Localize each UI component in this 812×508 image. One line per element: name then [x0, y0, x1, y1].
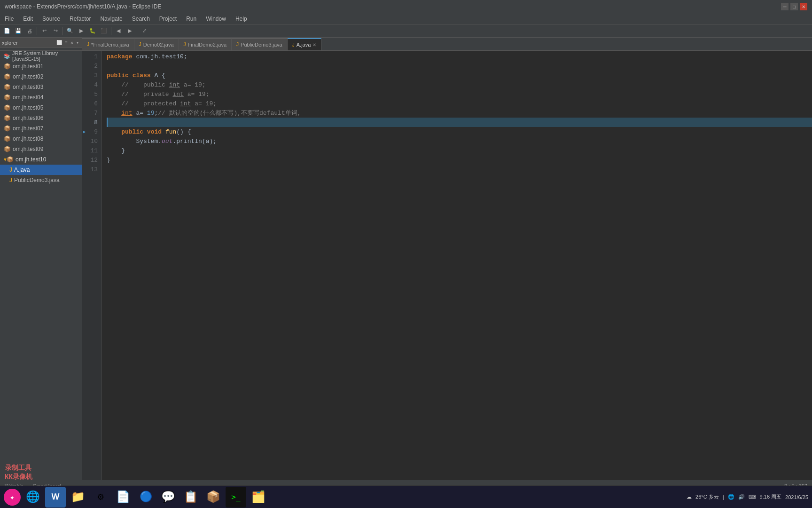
- taskbar-eclipse[interactable]: ⚙️: [90, 487, 111, 508]
- kw-int-7: int: [121, 110, 132, 117]
- toolbar-run[interactable]: ▶: [76, 26, 86, 36]
- code-7-rest: a=: [133, 110, 147, 117]
- sidebar-item-test02[interactable]: 📦 om.jh.test02: [0, 71, 82, 82]
- sidebar-menu-btn[interactable]: ≡: [64, 40, 69, 46]
- toolbar-extern[interactable]: ⤢: [139, 26, 149, 36]
- taskbar: ✦ 🌐 W 📁 ⚙️ 📄 🔵 💬 📋 📦 >_ 🗂️ ☁ 26°C 多云 | 🌐…: [0, 485, 812, 508]
- taskbar-start[interactable]: ✦: [4, 489, 21, 506]
- code-7-semi: ;: [154, 110, 158, 117]
- code-line-12: }: [107, 155, 812, 165]
- sidebar-item-test07[interactable]: 📦 om.jh.test07: [0, 123, 82, 134]
- taskbar-word[interactable]: W: [45, 487, 66, 508]
- sidebar-header-controls: xplorer ⬜ ≡ ✕ ▾: [0, 38, 82, 48]
- tabbar: J *FinalDemo.java J Demo02.java J FinalD…: [82, 38, 812, 51]
- menu-file[interactable]: File: [0, 13, 18, 24]
- toolbar-save[interactable]: 💾: [13, 26, 23, 36]
- taskbar-wechat[interactable]: 💬: [158, 487, 179, 508]
- kw-public-9: public: [121, 128, 143, 135]
- indent-7: [107, 110, 121, 117]
- systray-time: 9:16 周五: [760, 493, 781, 500]
- indent-10: System.: [107, 138, 162, 145]
- classname-a: A {: [154, 72, 165, 79]
- sidebar-item-test06[interactable]: 📦 om.jh.test06: [0, 113, 82, 123]
- menu-search[interactable]: Search: [127, 13, 155, 24]
- pkg-icon-10: ▾📦: [4, 156, 14, 163]
- closing-brace: }: [107, 157, 110, 164]
- code-area: 1 2 3 4 5 6 7 8 9 10 11 12 13 package co…: [82, 51, 812, 480]
- systray-input-icon: ⌨: [749, 494, 756, 500]
- taskbar-files[interactable]: 📁: [68, 487, 88, 508]
- toolbar-redo[interactable]: ↪: [50, 26, 61, 36]
- systray: ☁ 26°C 多云 | 🌐 🔊 ⌨ 9:16 周五 2021/6/25: [687, 493, 808, 500]
- maximize-button[interactable]: □: [790, 3, 798, 10]
- close-button[interactable]: ✕: [800, 3, 807, 10]
- taskbar-terminal[interactable]: >_: [226, 487, 246, 508]
- titlebar: workspace - ExtendsPre/src/com/jh/test10…: [0, 0, 812, 13]
- comment-5: // private int a= 19;: [107, 91, 209, 98]
- linenum-6: 6: [82, 99, 102, 108]
- linenum-10: 10: [82, 136, 102, 146]
- pkg-icon-5: 📦: [4, 104, 11, 111]
- kw-package: package: [107, 53, 133, 60]
- taskbar-browser-edge[interactable]: 🌐: [23, 487, 43, 508]
- pkg-icon-7: 📦: [4, 125, 11, 132]
- pkg-icon-8: 📦: [4, 135, 11, 142]
- menu-source[interactable]: Source: [38, 13, 65, 24]
- tab-icon-finaldemo2: J: [184, 42, 186, 47]
- code-line-9: public void fun() {: [107, 127, 812, 136]
- menu-help[interactable]: Help: [231, 13, 252, 24]
- sidebar-item-test09[interactable]: 📦 om.jh.test09: [0, 144, 82, 154]
- toolbar-debug[interactable]: 🐛: [87, 26, 98, 36]
- sidebar-item-test08[interactable]: 📦 om.jh.test08: [0, 134, 82, 144]
- linenum-8: 8: [82, 118, 102, 127]
- tab-demo02[interactable]: J Demo02.java: [134, 38, 179, 50]
- taskbar-clipboard[interactable]: 📋: [180, 487, 201, 508]
- linenum-2: 2: [82, 61, 102, 71]
- sidebar-item-test05[interactable]: 📦 om.jh.test05: [0, 103, 82, 113]
- menu-navigate[interactable]: Navigate: [95, 13, 127, 24]
- tab-finaldemo2[interactable]: J FinalDemo2.java: [179, 38, 232, 50]
- toolbar-back[interactable]: ◀: [113, 26, 124, 36]
- indent-9: [107, 128, 121, 135]
- toolbar-undo[interactable]: ↩: [39, 26, 49, 36]
- tab-ajava[interactable]: J A.java ✕: [288, 38, 322, 50]
- sidebar-item-test03[interactable]: 📦 om.jh.test03: [0, 82, 82, 92]
- sidebar-item-test10[interactable]: ▾📦 om.jh.test10: [0, 154, 82, 165]
- sidebar-collapse-btn[interactable]: ⬜: [55, 40, 63, 46]
- menu-run[interactable]: Run: [181, 13, 201, 24]
- pkg-icon-4: 📦: [4, 94, 11, 101]
- menu-refactor[interactable]: Refactor: [65, 13, 95, 24]
- toolbar-print[interactable]: 🖨: [24, 26, 35, 36]
- menu-project[interactable]: Project: [155, 13, 181, 24]
- tab-publicdemo3[interactable]: J PublicDemo3.java: [232, 38, 288, 50]
- comment-7: // 默认的空的(什么都不写),不要写default单词,: [158, 109, 301, 117]
- taskbar-vbox[interactable]: 📦: [203, 487, 224, 508]
- toolbar-new[interactable]: 📄: [2, 26, 12, 36]
- out-field: out: [162, 138, 172, 145]
- menu-window[interactable]: Window: [201, 13, 231, 24]
- taskbar-filemanager[interactable]: 🗂️: [248, 487, 269, 508]
- sidebar-item-publicdemo3[interactable]: J PublicDemo3.java: [0, 175, 82, 185]
- kw-void: void: [147, 128, 162, 135]
- sidebar-item-ajava[interactable]: J A.java: [0, 165, 82, 175]
- sidebar-item-test04[interactable]: 📦 om.jh.test04: [0, 92, 82, 103]
- toolbar-search[interactable]: 🔍: [65, 26, 75, 36]
- taskbar-chrome[interactable]: 🔵: [135, 487, 156, 508]
- tab-close-ajava[interactable]: ✕: [312, 42, 316, 48]
- taskbar-acrobat[interactable]: 📄: [113, 487, 133, 508]
- minimize-button[interactable]: ─: [781, 3, 789, 10]
- code-content[interactable]: package com.jh.test10; public class A { …: [102, 51, 812, 480]
- editor[interactable]: 1 2 3 4 5 6 7 8 9 10 11 12 13 package co…: [82, 51, 812, 480]
- toolbar: 📄 💾 🖨 ↩ ↪ 🔍 ▶ 🐛 ⬛ ◀ ▶ ⤢: [0, 24, 812, 38]
- sidebar-item-jre[interactable]: 📚 JRE System Library [JavaSE-15]: [0, 51, 82, 61]
- sidebar-close-btn[interactable]: ✕: [70, 40, 74, 46]
- tab-finaldemo[interactable]: J *FinalDemo.java: [82, 38, 134, 50]
- code-10-rest: .println(a);: [172, 138, 217, 145]
- sidebar-item-test01[interactable]: 📦 om.jh.test01: [0, 61, 82, 71]
- toolbar-stop[interactable]: ⬛: [99, 26, 109, 36]
- sidebar-min-btn[interactable]: ▾: [75, 40, 80, 46]
- code-line-8[interactable]: [107, 118, 812, 127]
- toolbar-fwd[interactable]: ▶: [125, 26, 135, 36]
- menu-edit[interactable]: Edit: [18, 13, 38, 24]
- linenum-11: 11: [82, 146, 102, 155]
